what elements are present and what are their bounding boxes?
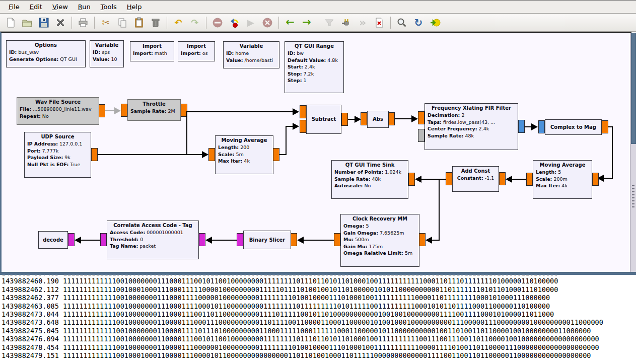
port-abs-out[interactable] [388, 112, 395, 125]
reload-blocks-button[interactable]: ↻ [411, 16, 426, 30]
port-slicer-out[interactable] [237, 233, 243, 246]
port-subtract-out[interactable] [341, 113, 348, 126]
menu-help[interactable]: Help [122, 2, 147, 12]
connection-addconst-to-timesink[interactable] [421, 179, 446, 180]
port-movavg2-in[interactable] [592, 173, 599, 186]
block-decode[interactable]: decode [38, 231, 68, 249]
print-button[interactable] [76, 16, 91, 30]
connect-button[interactable] [338, 16, 354, 30]
connection-correlate-to-decode[interactable] [81, 240, 100, 241]
connection-arrow [293, 123, 299, 130]
connection-udp-to-subtract-riser[interactable] [186, 112, 187, 155]
undo-button[interactable]: ↶ [171, 16, 186, 30]
port-clockrecovery-out[interactable] [334, 233, 340, 246]
block-add-const[interactable]: Add Const Constant: -1.1 [452, 166, 499, 192]
block-variable-sps[interactable]: Variable ID: sps Value: 10 [90, 40, 124, 67]
generate-flowgraph-button[interactable] [227, 16, 242, 30]
paste-button[interactable] [131, 16, 147, 30]
port-subtract-in1[interactable] [300, 120, 306, 133]
new-flowgraph-button[interactable] [3, 16, 18, 30]
block-wav-file-source[interactable]: Wav File Source File: ...50890800_linie1… [17, 97, 99, 125]
find-block-button[interactable] [394, 16, 409, 30]
block-binary-slicer[interactable]: Binary Slicer [243, 231, 291, 249]
block-abs[interactable]: Abs [367, 111, 389, 128]
port-addconst-in[interactable] [499, 172, 506, 185]
block-udp-source[interactable]: UDP Source IP Address: 127.0.0.1 Port: 7… [24, 132, 91, 178]
block-qt-gui-range[interactable]: QT GUI Range ID: bw Default Value: 4.8k … [285, 41, 344, 93]
connection-slicer-to-correlate[interactable] [212, 240, 237, 241]
port-udp-out[interactable] [91, 148, 98, 161]
redo-button[interactable]: ↷ [187, 16, 202, 30]
block-variable-home[interactable]: Variable ID: home Value: /home/basti [223, 41, 279, 68]
connection-clockrecovery-to-slicer[interactable] [304, 240, 334, 241]
block-subtract[interactable]: Subtract [306, 105, 341, 134]
connection-abs-to-fir[interactable] [395, 118, 411, 119]
block-complex-to-mag[interactable]: Complex to Mag [545, 119, 602, 135]
port-c2m-out[interactable] [602, 120, 608, 133]
forward-button[interactable]: → [299, 16, 314, 30]
scrollbar-thumb[interactable] [631, 33, 636, 144]
connection-movavg-to-subtract[interactable] [286, 126, 293, 127]
block-clock-recovery-mm[interactable]: Clock Recovery MM Omega: 5 Gain Omega: 7… [340, 214, 419, 267]
block-moving-average-1[interactable]: Moving Average Length: 200 Scale: 5m Max… [215, 135, 273, 174]
port-correlate-out[interactable] [100, 233, 107, 246]
port-movavg1-in[interactable] [208, 148, 215, 161]
port-subtract-in0[interactable] [300, 105, 306, 118]
block-freq-xlating-fir-filter[interactable]: Frequency Xlating FIR Filter Decimation:… [425, 103, 518, 150]
filter-blocks-button[interactable] [322, 16, 337, 30]
port-wav-out[interactable] [99, 104, 105, 117]
block-import-os[interactable]: Import Import: os [178, 41, 215, 61]
connection-movavg2-to-addconst[interactable] [512, 179, 527, 180]
connection-addconst-to-clockrecovery[interactable] [432, 240, 440, 241]
port-decode-in[interactable] [68, 233, 75, 246]
kill-flowgraph-button[interactable] [260, 16, 275, 30]
connection-c2m-to-movavg2[interactable] [604, 178, 613, 179]
funnel-icon [324, 17, 335, 28]
menu-edit[interactable]: Edit [25, 2, 47, 12]
block-moving-average-2[interactable]: Moving Average Length: 5 Scale: 200m Max… [533, 160, 592, 199]
connection-fir-to-c2m[interactable] [525, 126, 531, 127]
block-throttle[interactable]: Throttle Sample Rate: 2M [127, 99, 181, 121]
menu-file[interactable]: File [4, 2, 24, 12]
menu-run[interactable]: Run [74, 2, 95, 12]
view-errors-button[interactable] [210, 16, 225, 30]
port-abs-in[interactable] [361, 112, 367, 125]
port-correlate-in[interactable] [199, 233, 205, 246]
block-correlate-access-code[interactable]: Correlate Access Code - Tag Access Code:… [107, 221, 199, 259]
port-movavg2-out[interactable] [526, 173, 533, 186]
block-import-math[interactable]: Import Import: math [130, 41, 174, 61]
copy-button[interactable] [115, 16, 130, 30]
port-fir-in[interactable] [418, 111, 425, 124]
port-c2m-in[interactable] [538, 120, 545, 133]
block-options[interactable]: Options ID: bus_wav Generate Options: QT… [6, 40, 86, 67]
connection-udp-to-subtract[interactable] [186, 111, 293, 112]
save-flowgraph-button[interactable] [36, 16, 51, 30]
connection-c2m-to-movavg2[interactable] [612, 126, 613, 179]
back-button[interactable]: ← [282, 16, 298, 30]
block-qt-gui-time-sink[interactable]: QT GUI Time Sink Number of Points: 1.024… [331, 160, 408, 199]
fast-forward-button[interactable]: » [355, 16, 370, 30]
close-flowgraph-button[interactable] [53, 16, 68, 30]
port-addconst-out[interactable] [446, 172, 452, 185]
port-fir-out[interactable] [518, 120, 525, 133]
port-fir-tap[interactable] [418, 129, 425, 142]
connection-wav-to-throttle[interactable] [105, 110, 114, 111]
port-slicer-in[interactable] [291, 233, 297, 246]
flowgraph-canvas[interactable]: Options ID: bus_wav Generate Options: QT… [0, 32, 631, 273]
port-movavg1-out[interactable] [273, 148, 279, 161]
open-flowgraph-button[interactable] [20, 16, 35, 30]
cut-button[interactable]: ✂ [98, 16, 113, 30]
menu-tools[interactable]: Tools [96, 2, 121, 12]
menu-view[interactable]: View [48, 2, 73, 12]
port-throttle-in[interactable] [121, 104, 127, 117]
connection-subtract-to-abs[interactable] [348, 119, 355, 120]
execute-flowgraph-button[interactable]: ▶ [243, 16, 258, 30]
port-timesink-in[interactable] [408, 173, 415, 186]
open-hier-button[interactable] [428, 16, 443, 30]
delete-button[interactable] [148, 16, 163, 30]
parser-errors-button[interactable] [372, 16, 387, 30]
connection-movavg-to-subtract[interactable] [286, 126, 287, 155]
canvas-vertical-scrollbar[interactable] [630, 33, 636, 272]
connection-addconst-to-clockrecovery[interactable] [439, 179, 440, 240]
port-clockrecovery-in[interactable] [419, 233, 426, 246]
